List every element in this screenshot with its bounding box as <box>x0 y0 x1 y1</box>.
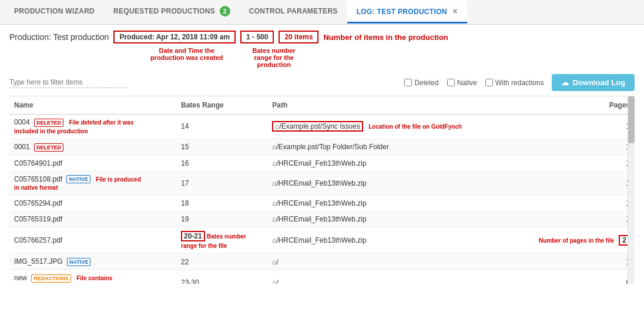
file-name: 0001 <box>14 143 30 151</box>
file-name: IMG_5517.JPG <box>14 257 63 266</box>
cell-bates: 19 <box>176 211 267 227</box>
with-redactions-checkbox[interactable]: With redactions <box>485 79 544 87</box>
scrollbar-thumb[interactable] <box>628 96 635 143</box>
file-name: C05765108.pdf <box>14 175 62 183</box>
cell-name: C05765108.pdf NATIVE File is producedin … <box>9 171 176 196</box>
deleted-checkbox[interactable]: Deleted <box>404 79 438 87</box>
top-bar: Production: Test production Produced: Ap… <box>0 25 644 47</box>
tab-log-test-production[interactable]: LOG: TEST PRODUCTION × <box>347 1 467 23</box>
cell-pages: Number of pages in the file2 <box>511 227 635 254</box>
file-name: new <box>14 274 27 282</box>
cell-name: C05766257.pdf <box>9 227 176 254</box>
cell-name: new REDACTIONS File containsredactions <box>9 270 176 284</box>
cell-bates: 14 <box>176 115 267 139</box>
tabs-bar: PRODUCTION WIZARD REQUESTED PRODUCTIONS … <box>0 0 644 25</box>
path-value: ⌂/HRCEmail_Feb13thWeb.zip <box>272 159 366 167</box>
native-checkbox[interactable]: Native <box>447 79 477 87</box>
filter-bar: Deleted Native With redactions ☁ Downloa… <box>0 72 644 96</box>
date-time-annotation: Date and Time the production was created <box>150 47 223 61</box>
table-row: new REDACTIONS File containsredactions23… <box>9 270 635 284</box>
cell-pages: 1 <box>511 254 635 270</box>
cell-bates: 22 <box>176 254 267 270</box>
bates-value: 17 <box>181 179 189 187</box>
cell-path: ⌂/Example.pst/Sync Issues Location of th… <box>267 115 511 139</box>
cell-name: IMG_5517.JPG NATIVE <box>9 254 176 270</box>
items-count-badge: 20 items <box>279 31 318 43</box>
table-row: C05765294.pdf18⌂/HRCEmail_Feb13thWeb.zip… <box>9 196 635 211</box>
table-row: 0001 DELETED15⌂/Example.pst/Top Folder/S… <box>9 139 635 155</box>
bates-value: 15 <box>181 143 189 151</box>
bates-value: 19 <box>181 215 189 223</box>
cell-path: ⌂/HRCEmail_Feb13thWeb.zip <box>267 171 511 196</box>
path-value: ⌂/HRCEmail_Feb13thWeb.zip <box>272 215 366 223</box>
file-tag-redactions: REDACTIONS <box>31 274 71 283</box>
produced-date-badge: Produced: Apr 12, 2018 11:09 am <box>113 31 236 43</box>
bates-range-badge: 1 - 500 <box>240 31 274 43</box>
col-name: Name <box>9 96 176 115</box>
cell-pages: 1 <box>511 115 635 139</box>
file-tag-native: NATIVE <box>66 175 90 183</box>
table-row: 0004 DELETED File deleted after it wasin… <box>9 115 635 139</box>
cell-bates: 23-30 <box>176 270 267 284</box>
cell-pages: 8 <box>511 270 635 284</box>
col-path: Path <box>267 96 511 115</box>
filter-input[interactable] <box>9 77 127 88</box>
bates-value: 18 <box>181 199 189 207</box>
file-name: C05765294.pdf <box>14 199 62 207</box>
production-label: Production: Test production <box>9 32 109 42</box>
path-value: ⌂/HRCEmail_Feb13thWeb.zip <box>272 236 366 244</box>
cell-pages: 1 <box>511 155 635 171</box>
close-tab-icon[interactable]: × <box>452 6 457 16</box>
bates-value: 22 <box>181 258 189 266</box>
cell-bates: 15 <box>176 139 267 155</box>
download-log-button[interactable]: ☁ Download Log <box>552 74 635 91</box>
cell-path: ⌂/Example.pst/Top Folder/Sub Folder <box>267 139 511 155</box>
tab-production-wizard[interactable]: PRODUCTION WIZARD <box>5 1 104 23</box>
production-log-table: Name Bates Range Path Pages 0004 DELETED… <box>9 96 635 284</box>
file-tag-deleted: DELETED <box>34 119 63 127</box>
table-row: IMG_5517.JPG NATIVE22⌂/1 <box>9 254 635 270</box>
table-header-row: Name Bates Range Path Pages <box>9 96 635 115</box>
items-count-annotation: Number of items in the production <box>323 33 448 42</box>
path-value: ⌂/Example.pst/Top Folder/Sub Folder <box>272 143 389 151</box>
cell-path: ⌂/HRCEmail_Feb13thWeb.zip <box>267 196 511 211</box>
tab-control-parameters[interactable]: CONTROL PARAMETERS <box>240 1 347 23</box>
annotation-path: Location of the file on GoldFynch <box>368 123 462 130</box>
file-name: C05766257.pdf <box>14 236 62 244</box>
tab-requested-productions[interactable]: REQUESTED PRODUCTIONS 2 <box>104 0 240 24</box>
table-container: Name Bates Range Path Pages 0004 DELETED… <box>9 96 635 284</box>
cell-path: ⌂/HRCEmail_Feb13thWeb.zip <box>267 211 511 227</box>
annotation-pages: Number of pages in the file <box>539 237 614 244</box>
col-bates-range: Bates Range <box>176 96 267 115</box>
path-value-highlight: ⌂/Example.pst/Sync Issues <box>272 121 363 132</box>
cell-name: C05764901.pdf <box>9 155 176 171</box>
cell-bates: 18 <box>176 196 267 211</box>
cell-name: 0004 DELETED File deleted after it wasin… <box>9 115 176 139</box>
cell-path: ⌂/ <box>267 254 511 270</box>
bates-range-annotation: Bates number range for the production <box>252 47 295 68</box>
cloud-download-icon: ☁ <box>561 78 569 87</box>
bates-value: 14 <box>181 122 189 130</box>
table-row: C05766257.pdf20-21 Bates numberrange for… <box>9 227 635 254</box>
bates-value-highlight: 20-21 <box>181 231 205 241</box>
cell-pages: 1 <box>511 171 635 196</box>
cell-path: ⌂/ <box>267 270 511 284</box>
table-row: C05765108.pdf NATIVE File is producedin … <box>9 171 635 196</box>
cell-name: C05765319.pdf <box>9 211 176 227</box>
path-value: ⌂/HRCEmail_Feb13thWeb.zip <box>272 179 366 187</box>
cell-bates: 16 <box>176 155 267 171</box>
path-value: ⌂/HRCEmail_Feb13thWeb.zip <box>272 199 366 207</box>
col-pages: Pages <box>511 96 635 115</box>
bates-value: 16 <box>181 159 189 167</box>
cell-pages: 1 <box>511 196 635 211</box>
annotation-name: File deleted after it wasincluded in the… <box>14 119 133 135</box>
file-tag-native: NATIVE <box>67 258 90 266</box>
cell-bates: 17 <box>176 171 267 196</box>
file-tag-deleted: DELETED <box>34 143 63 152</box>
cell-path: ⌂/HRCEmail_Feb13thWeb.zip <box>267 227 511 254</box>
table-row: C05764901.pdf16⌂/HRCEmail_Feb13thWeb.zip… <box>9 155 635 171</box>
file-name: C05764901.pdf <box>14 159 62 167</box>
cell-path: ⌂/HRCEmail_Feb13thWeb.zip <box>267 155 511 171</box>
scrollbar[interactable] <box>628 96 635 284</box>
checkboxes-group: Deleted Native With redactions ☁ Downloa… <box>404 74 635 91</box>
